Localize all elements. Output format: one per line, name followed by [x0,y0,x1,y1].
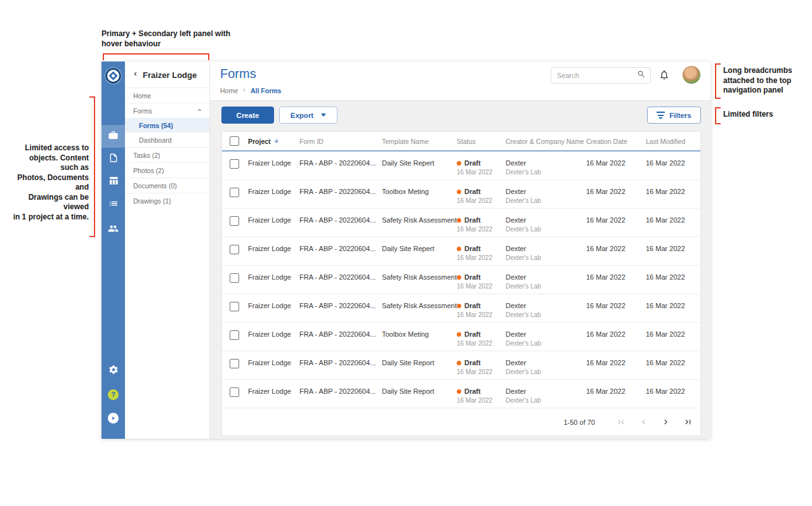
table-row[interactable]: Fraizer Lodge FRA - ABP - 20220604... Da… [222,351,700,380]
rail-item-settings[interactable] [102,360,125,382]
annotation-bracket-left [89,96,95,237]
pagination-range: 1-50 of 70 [563,418,595,426]
column-header-creation-date[interactable]: Creation Date [586,138,646,145]
row-checkbox[interactable] [230,273,239,283]
sidebar-item-documents[interactable]: Documents (0) [125,178,209,193]
gear-icon [108,365,119,377]
last-page-icon[interactable] [683,417,693,427]
row-checkbox[interactable] [230,359,239,368]
select-all-checkbox[interactable] [230,136,239,146]
column-header-form-id[interactable]: Form ID [299,138,382,145]
status-dot [457,275,461,280]
table-row[interactable]: Fraizer Lodge FRA - ABP - 20220604... To… [222,180,700,209]
table-row[interactable]: Fraizer Lodge FRA - ABP - 20220604... Sa… [222,266,700,294]
sidebar-item-drawings[interactable]: Drawings (1) [125,193,209,208]
cell-last-modified: 16 Mar 2022 [646,351,700,379]
cell-form-id: FRA - ABP - 20220604... [299,152,382,179]
row-checkbox[interactable] [230,302,239,311]
row-checkbox[interactable] [230,159,239,169]
rail-item-help[interactable]: ? [102,383,125,406]
company-name: Dexter's Lab [506,340,586,347]
search-icon[interactable] [637,70,646,81]
table-row[interactable]: Fraizer Lodge FRA - ABP - 20220604... To… [222,323,700,351]
search-input[interactable] [557,72,637,79]
bell-icon[interactable] [658,69,670,83]
row-checkbox[interactable] [230,188,239,197]
row-checkbox[interactable] [230,245,239,254]
sort-down-icon [273,138,280,145]
sidebar-item-photos[interactable]: Photos (2) [125,162,209,178]
sidebar-item-tasks[interactable]: Tasks (2) [125,147,209,162]
create-button[interactable]: Create [221,107,274,124]
status-dot [457,361,461,365]
rail-item-projects[interactable] [102,125,125,148]
cell-last-modified: 16 Mar 2022 [646,152,700,179]
cell-last-modified: 16 Mar 2022 [646,294,700,322]
status-date: 16 Mar 2022 [457,368,506,376]
status-date: 16 Mar 2022 [457,254,506,262]
cell-template-name: Safety Risk Assessment [382,266,457,294]
project-switcher[interactable]: Fraizer Lodge [125,62,209,88]
table-row[interactable]: Fraizer Lodge FRA - ABP - 20220604... Da… [222,152,700,180]
sidebar-item-dashboard[interactable]: Dashboard [125,133,209,147]
cell-status: Draft 16 Mar 2022 [457,380,506,408]
column-header-last-modified[interactable]: Last Modified [646,138,700,145]
table-row[interactable]: Fraizer Lodge FRA - ABP - 20220604... Da… [222,237,700,266]
first-page-icon[interactable] [617,417,626,427]
status-dot [457,389,461,394]
rail-item-table[interactable] [102,171,125,193]
status-label: Draft [464,273,481,282]
cell-creator: Dexter Dexter's Lab [506,351,586,379]
chevron-up-icon [196,107,203,115]
sidebar-item-forms[interactable]: Forms [125,103,209,118]
mockup-canvas: Primary + Secondary left panel with hove… [0,0,812,506]
status-dot [457,332,461,337]
cell-status: Draft 16 Mar 2022 [457,152,506,179]
table-row[interactable]: Fraizer Lodge FRA - ABP - 20220604... Sa… [222,209,700,237]
column-header-creator[interactable]: Creator & Company Name [506,138,586,145]
breadcrumb-home[interactable]: Home [220,87,238,94]
next-page-icon[interactable] [661,417,671,427]
column-header-template-name[interactable]: Template Name [382,138,457,145]
cell-form-id: FRA - ABP - 20220604... [299,351,382,379]
table-row[interactable]: Fraizer Lodge FRA - ABP - 20220604... Da… [222,380,700,408]
cell-last-modified: 16 Mar 2022 [646,237,700,265]
prev-page-icon[interactable] [639,417,648,427]
status-label: Draft [464,387,481,396]
rail-item-people[interactable] [102,218,125,241]
annotation-right-bottom: Limited filters [723,110,801,120]
cell-creator: Dexter Dexter's Lab [506,380,586,408]
avatar[interactable] [683,66,700,84]
status-label: Draft [464,245,481,253]
cell-project: Fraizer Lodge [248,323,299,351]
row-checkbox[interactable] [230,387,239,397]
filters-button[interactable]: Filters [647,107,701,124]
status-date: 16 Mar 2022 [457,311,506,319]
cell-creation-date: 16 Mar 2022 [586,323,646,351]
cell-project: Fraizer Lodge [248,152,299,179]
cell-status: Draft 16 Mar 2022 [457,323,506,351]
cell-creator: Dexter Dexter's Lab [506,266,586,294]
logo-icon[interactable] [105,67,122,84]
table-row[interactable]: Fraizer Lodge FRA - ABP - 20220604... Sa… [222,294,700,323]
column-header-status[interactable]: Status [457,138,506,145]
company-name: Dexter's Lab [506,169,586,176]
rail-item-list[interactable] [102,193,125,216]
export-button[interactable]: Export [279,107,337,124]
row-checkbox[interactable] [230,216,239,226]
cell-form-id: FRA - ABP - 20220604... [299,180,382,208]
sidebar-item-home[interactable]: Home [125,88,209,103]
cell-template-name: Daily Site Report [382,380,457,408]
cell-creator: Dexter Dexter's Lab [506,209,586,237]
cell-creation-date: 16 Mar 2022 [586,209,646,237]
rail-item-tour[interactable] [102,406,125,429]
row-checkbox[interactable] [230,330,239,340]
list-icon [108,198,119,211]
page-title: Forms [220,67,256,81]
breadcrumb-current[interactable]: All Forms [251,87,281,94]
rail-item-forms[interactable] [102,148,125,171]
column-header-project[interactable]: Project [248,138,299,145]
play-icon [108,413,119,424]
cell-template-name: Daily Site Repert [382,152,457,179]
sidebar-item-forms-list[interactable]: Forms (54) [125,118,209,133]
